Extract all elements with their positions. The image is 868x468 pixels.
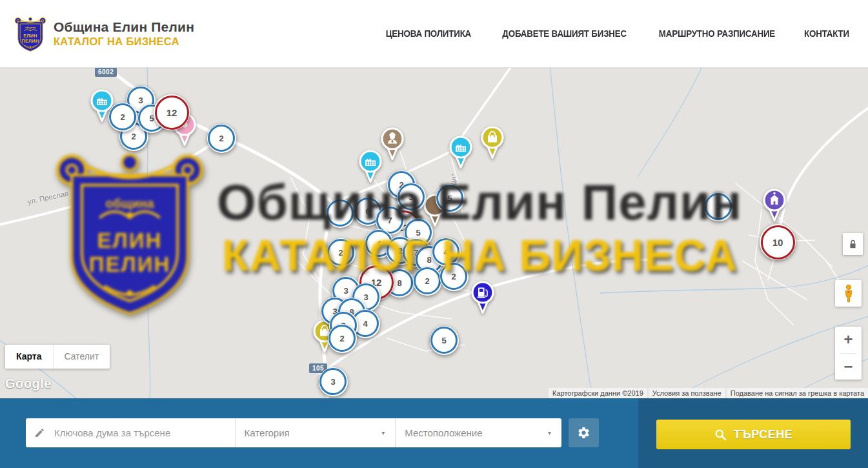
map-cluster-marker[interactable]: 3 [319, 367, 348, 396]
brand-block: Община Елин Пелин КАТАЛОГ НА БИЗНЕСА [54, 19, 194, 47]
zoom-control: + − [835, 327, 862, 380]
cluster-count: 2 [414, 267, 441, 294]
map-cluster-marker[interactable]: 5 [430, 326, 459, 355]
nav-item-contacts[interactable]: КОНТАКТИ [804, 28, 849, 39]
map-cluster-marker[interactable]: 3 [397, 183, 426, 212]
search-bar: Категория ▾ Местоположение ▾ ТЪРСЕНЕ [0, 398, 868, 468]
site-subtitle: КАТАЛОГ НА БИЗНЕСА [54, 36, 194, 48]
municipality-logo[interactable]: община ЕЛИН ПЕЛИН [14, 14, 46, 54]
svg-text:ПЕЛИН: ПЕЛИН [21, 39, 39, 44]
cluster-count: 4 [327, 199, 354, 227]
nav-item-add-business[interactable]: ДОБАВЕТЕ ВАШИЯТ БИЗНЕС [502, 28, 627, 39]
map-cluster-marker[interactable]: 5 [436, 184, 465, 213]
map-cluster-marker[interactable]: 2 [327, 238, 356, 267]
map-cluster-marker[interactable]: 12 [154, 94, 190, 130]
map-type-satellite-button[interactable]: Сателит [53, 345, 110, 369]
cluster-count: 2 [109, 103, 136, 130]
location-dropdown[interactable]: Местоположение ▾ [396, 418, 561, 447]
pin-worker[interactable] [379, 127, 405, 161]
chevron-down-icon: ▾ [381, 429, 385, 436]
zoom-in-button[interactable]: + [835, 327, 862, 353]
street-view-pegman-button[interactable] [835, 280, 862, 307]
map-attribution: Картографски данни ©2019 Условия за полз… [549, 387, 868, 398]
header: община ЕЛИН ПЕЛИН Община Елин Пелин КАТА… [0, 0, 868, 68]
cluster-count: 2 [328, 325, 356, 352]
map-cluster-marker[interactable]: 2 [328, 324, 357, 353]
cluster-count: 2 [440, 263, 467, 290]
advanced-settings-button[interactable] [569, 418, 599, 447]
map-cluster-marker[interactable]: 2 [108, 103, 137, 132]
svg-text:ЕЛИН: ЕЛИН [23, 34, 37, 39]
google-logo[interactable]: Google [5, 376, 52, 391]
keyword-field[interactable] [26, 418, 235, 447]
category-dropdown[interactable]: Категория ▾ [236, 418, 396, 447]
search-fields-box: Категория ▾ Местоположение ▾ [26, 418, 561, 447]
municipality-logo-icon: община ЕЛИН ПЕЛИН [14, 14, 46, 54]
map-cluster-marker[interactable]: 10 [760, 224, 796, 260]
pencil-icon [34, 427, 45, 438]
cluster-count: 2 [208, 125, 235, 152]
search-button-label: ТЪРСЕНЕ [734, 428, 793, 442]
map-cluster-marker[interactable]: 4 [326, 199, 355, 228]
attribution-copyright: Картографски данни ©2019 [549, 388, 647, 398]
pin-factory[interactable] [448, 136, 474, 169]
cluster-count: 12 [155, 96, 189, 130]
map-cluster-marker[interactable]: 2 [207, 124, 236, 153]
lock-button[interactable] [843, 233, 863, 255]
location-dropdown-label: Местоположение [405, 427, 482, 438]
cluster-count: 3 [398, 183, 425, 210]
pin-factory[interactable] [358, 150, 383, 183]
cluster-count: 5 [430, 327, 458, 354]
map-type-map-button[interactable]: Карта [5, 345, 53, 369]
pegman-icon [842, 284, 856, 303]
map-canvas[interactable]: 6002 105 ул. Преслав бул. „Новосел ци“ 2… [0, 67, 868, 398]
report-error-link[interactable]: Подаване на сигнал за грешка в картата [727, 388, 868, 398]
nav-item-schedule[interactable]: МАРШРУТНО РАЗПИСАНИЕ [659, 28, 775, 39]
cluster-count: 10 [761, 225, 795, 259]
nav-item-pricing[interactable]: ЦЕНОВА ПОЛИТИКА [386, 28, 471, 39]
category-dropdown-label: Категория [245, 427, 290, 438]
keyword-search-input[interactable] [53, 427, 235, 439]
map-type-control: Карта Сателит [5, 345, 110, 369]
cluster-count: 4 [432, 238, 459, 265]
cluster-count: 3 [705, 193, 732, 220]
map-cluster-marker[interactable]: 2 [413, 267, 442, 296]
cluster-count: 2 [327, 239, 354, 266]
chevron-down-icon: ▾ [548, 429, 551, 436]
pin-church[interactable] [762, 188, 787, 222]
search-submit-button[interactable]: ТЪРСЕНЕ [656, 420, 851, 449]
site-title: Община Елин Пелин [54, 19, 194, 35]
pin-fuel[interactable] [470, 281, 496, 314]
map-cluster-marker[interactable]: 2 [439, 262, 469, 291]
map-cluster-marker[interactable]: 3 [704, 192, 733, 221]
pin-shopping-bag[interactable] [479, 126, 505, 159]
terms-link[interactable]: Условия за ползване [649, 388, 725, 398]
gear-icon [577, 426, 590, 440]
map-markers-layer: 232512223513467542278431082212333843253 [0, 67, 868, 398]
svg-text:община: община [25, 26, 36, 30]
zoom-out-button[interactable]: − [835, 353, 862, 380]
cluster-count: 5 [436, 185, 463, 212]
lock-icon [848, 239, 858, 250]
cluster-count: 3 [319, 368, 347, 395]
main-nav: ЦЕНОВА ПОЛИТИКА ДОБАВЕТЕ ВАШИЯТ БИЗНЕС М… [382, 28, 851, 39]
search-icon [714, 429, 727, 441]
